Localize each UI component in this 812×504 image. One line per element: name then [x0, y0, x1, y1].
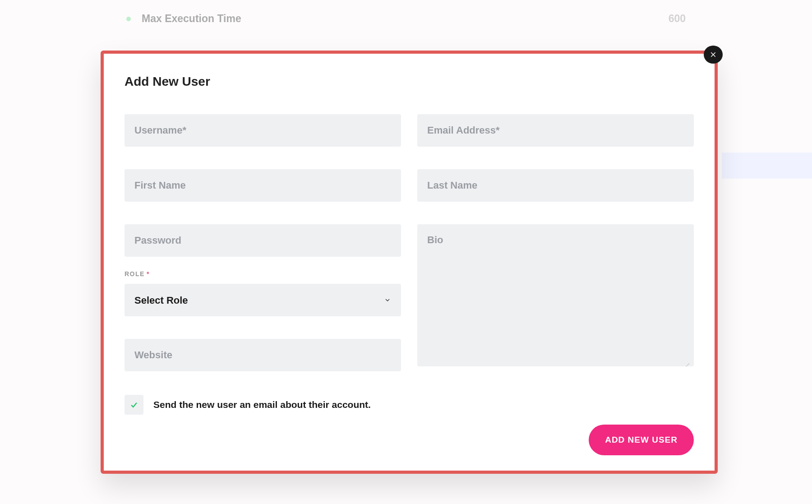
stat-label: Max Execution Time: [142, 13, 669, 25]
role-select[interactable]: Select Role: [125, 284, 401, 316]
stat-row: Max Execution Time 600: [126, 0, 686, 37]
modal-title: Add New User: [125, 74, 694, 89]
add-user-modal: Add New User ROLE*: [101, 51, 718, 474]
username-field[interactable]: [125, 114, 401, 147]
add-new-user-button[interactable]: ADD NEW USER: [589, 425, 694, 455]
role-label: ROLE*: [125, 270, 401, 277]
status-dot-icon: [126, 17, 131, 21]
bg-highlight: [722, 153, 812, 179]
website-field[interactable]: [125, 339, 401, 371]
resize-handle-icon: [685, 359, 689, 364]
close-button[interactable]: [704, 46, 723, 64]
check-icon: [129, 400, 138, 409]
stat-value: 600: [669, 13, 686, 25]
password-field[interactable]: [125, 224, 401, 257]
send-email-label: Send the new user an email about their a…: [153, 399, 371, 410]
bio-field[interactable]: [417, 224, 694, 366]
email-field[interactable]: [417, 114, 694, 147]
close-icon: [709, 51, 717, 59]
first-name-field[interactable]: [125, 169, 401, 202]
last-name-field[interactable]: [417, 169, 694, 202]
send-email-checkbox[interactable]: [125, 395, 143, 415]
